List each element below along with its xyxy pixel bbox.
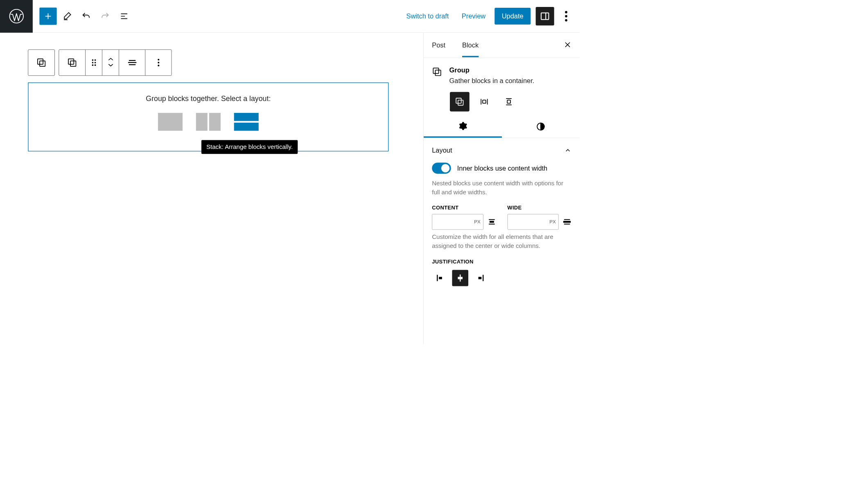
svg-point-14 — [94, 64, 96, 66]
wide-width-label: WIDE — [507, 205, 571, 211]
block-title: Group — [449, 66, 535, 74]
group-block[interactable]: Group blocks together. Select a layout: … — [28, 82, 388, 151]
justify-center-button[interactable] — [452, 270, 468, 286]
svg-point-16 — [158, 62, 159, 63]
editor-header: Switch to draft Preview Update — [0, 0, 580, 33]
align-content-icon — [487, 217, 496, 226]
content-width-label: CONTENT — [432, 205, 496, 211]
svg-point-10 — [94, 59, 96, 61]
justify-right-button[interactable] — [472, 270, 489, 286]
content-width-unit[interactable]: PX — [474, 219, 480, 225]
svg-point-12 — [94, 62, 96, 63]
edit-tool-button[interactable] — [59, 7, 76, 25]
svg-rect-19 — [435, 70, 440, 75]
close-sidebar-button[interactable] — [564, 41, 571, 50]
svg-rect-1 — [541, 13, 549, 19]
svg-rect-20 — [456, 98, 461, 104]
settings-sidebar-toggle[interactable] — [536, 7, 554, 25]
svg-rect-6 — [40, 61, 45, 66]
svg-rect-7 — [68, 59, 74, 64]
preview-button[interactable]: Preview — [458, 9, 489, 24]
block-toolbar — [28, 50, 395, 76]
svg-point-9 — [92, 59, 93, 61]
block-type-button[interactable] — [59, 50, 85, 76]
settings-tab-button[interactable] — [424, 115, 502, 138]
block-more-options-button[interactable] — [145, 50, 171, 76]
svg-rect-5 — [38, 59, 43, 64]
document-outline-button[interactable] — [115, 7, 133, 25]
justify-left-button[interactable] — [432, 270, 448, 286]
move-up-button[interactable] — [108, 57, 114, 62]
add-block-button[interactable] — [39, 7, 56, 25]
svg-point-17 — [158, 65, 159, 66]
undo-button[interactable] — [77, 7, 95, 25]
svg-rect-21 — [458, 100, 463, 106]
wide-width-unit[interactable]: PX — [549, 219, 555, 225]
block-description: Gather blocks in a container. — [449, 77, 535, 85]
layout-option-row[interactable] — [196, 113, 221, 131]
layout-panel-heading[interactable]: Layout — [432, 146, 452, 154]
redo-button[interactable] — [97, 7, 114, 25]
toggle-help-text: Nested blocks use content width with opt… — [432, 179, 571, 197]
svg-point-13 — [92, 64, 93, 66]
drag-handle[interactable] — [85, 50, 102, 76]
settings-sidebar: Post Block Group Gather blocks in a cont… — [423, 33, 580, 344]
update-button[interactable]: Update — [494, 8, 531, 25]
variation-row-button[interactable] — [474, 92, 494, 112]
move-down-button[interactable] — [108, 63, 114, 68]
svg-point-3 — [565, 15, 567, 18]
svg-rect-22 — [483, 100, 486, 104]
align-button[interactable] — [119, 50, 145, 76]
wordpress-logo[interactable] — [0, 0, 33, 33]
align-wide-icon — [562, 217, 571, 226]
select-parent-button[interactable] — [28, 50, 54, 76]
styles-tab-button[interactable] — [502, 115, 580, 138]
svg-rect-23 — [507, 100, 510, 104]
width-help-text: Customize the width for all elements tha… — [432, 232, 571, 250]
svg-point-0 — [9, 9, 23, 23]
group-select-layout-heading: Group blocks together. Select a layout: — [40, 94, 377, 103]
justification-label: JUSTIFICATION — [432, 259, 571, 265]
layout-tooltip: Stack: Arrange blocks vertically. — [201, 140, 298, 154]
layout-option-group[interactable] — [158, 113, 183, 131]
sidebar-tab-block[interactable]: Block — [462, 34, 479, 57]
sidebar-tab-post[interactable]: Post — [432, 34, 445, 57]
svg-point-11 — [92, 62, 93, 63]
chevron-up-icon[interactable] — [564, 147, 571, 154]
svg-rect-18 — [433, 68, 438, 73]
group-icon — [432, 67, 442, 77]
gear-icon — [458, 121, 467, 130]
svg-point-15 — [158, 59, 159, 61]
svg-rect-8 — [70, 61, 76, 66]
editor-canvas[interactable]: Group blocks together. Select a layout: … — [0, 33, 423, 344]
layout-option-stack[interactable] — [234, 113, 259, 131]
svg-point-4 — [565, 19, 567, 22]
more-options-button[interactable] — [559, 7, 573, 25]
toggle-label: Inner blocks use content width — [457, 164, 548, 172]
switch-to-draft-button[interactable]: Switch to draft — [402, 9, 453, 24]
inner-blocks-content-width-toggle[interactable] — [432, 163, 451, 174]
contrast-icon — [536, 122, 545, 131]
svg-point-2 — [565, 11, 567, 14]
variation-stack-button[interactable] — [499, 92, 519, 112]
variation-group-button[interactable] — [450, 92, 470, 112]
